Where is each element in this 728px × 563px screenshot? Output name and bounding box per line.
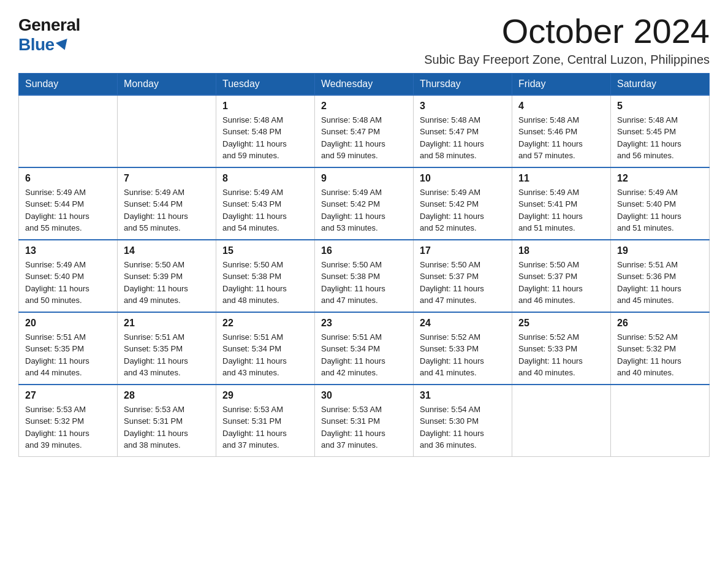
day-number: 25 xyxy=(518,318,604,329)
table-row: 4Sunrise: 5:48 AMSunset: 5:46 PMDaylight… xyxy=(512,95,611,167)
table-row xyxy=(19,95,118,167)
day-number: 20 xyxy=(25,318,111,329)
day-number: 28 xyxy=(124,390,210,401)
day-info: Sunrise: 5:54 AMSunset: 5:30 PMDaylight:… xyxy=(420,404,506,451)
day-info: Sunrise: 5:49 AMSunset: 5:44 PMDaylight:… xyxy=(124,186,210,234)
day-info: Sunrise: 5:51 AMSunset: 5:34 PMDaylight:… xyxy=(222,331,308,379)
day-info: Sunrise: 5:50 AMSunset: 5:37 PMDaylight:… xyxy=(518,259,604,307)
table-row: 9Sunrise: 5:49 AMSunset: 5:42 PMDaylight… xyxy=(315,167,414,240)
day-number: 10 xyxy=(420,173,506,184)
table-row: 20Sunrise: 5:51 AMSunset: 5:35 PMDayligh… xyxy=(19,312,118,385)
day-number: 9 xyxy=(321,173,407,184)
day-number: 11 xyxy=(518,173,604,184)
day-info: Sunrise: 5:48 AMSunset: 5:48 PMDaylight:… xyxy=(222,114,308,162)
calendar-week-row: 6Sunrise: 5:49 AMSunset: 5:44 PMDaylight… xyxy=(19,167,710,240)
day-info: Sunrise: 5:49 AMSunset: 5:42 PMDaylight:… xyxy=(321,186,407,234)
day-number: 5 xyxy=(617,101,703,112)
col-saturday: Saturday xyxy=(611,73,710,95)
table-row: 27Sunrise: 5:53 AMSunset: 5:32 PMDayligh… xyxy=(19,385,118,457)
day-number: 22 xyxy=(222,318,308,329)
day-info: Sunrise: 5:49 AMSunset: 5:43 PMDaylight:… xyxy=(222,186,308,234)
day-number: 23 xyxy=(321,318,407,329)
table-row: 26Sunrise: 5:52 AMSunset: 5:32 PMDayligh… xyxy=(611,312,710,385)
table-row: 15Sunrise: 5:50 AMSunset: 5:38 PMDayligh… xyxy=(216,240,315,312)
day-number: 29 xyxy=(222,390,308,401)
col-wednesday: Wednesday xyxy=(315,73,414,95)
day-info: Sunrise: 5:52 AMSunset: 5:33 PMDaylight:… xyxy=(420,331,506,379)
day-info: Sunrise: 5:50 AMSunset: 5:38 PMDaylight:… xyxy=(321,259,407,307)
day-info: Sunrise: 5:49 AMSunset: 5:42 PMDaylight:… xyxy=(420,186,506,234)
table-row: 30Sunrise: 5:53 AMSunset: 5:31 PMDayligh… xyxy=(315,385,414,457)
table-row: 3Sunrise: 5:48 AMSunset: 5:47 PMDaylight… xyxy=(414,95,512,167)
table-row: 28Sunrise: 5:53 AMSunset: 5:31 PMDayligh… xyxy=(118,385,216,457)
logo: General Blue xyxy=(18,12,80,55)
day-info: Sunrise: 5:49 AMSunset: 5:40 PMDaylight:… xyxy=(25,259,111,307)
table-row xyxy=(611,385,710,457)
table-row: 2Sunrise: 5:48 AMSunset: 5:47 PMDaylight… xyxy=(315,95,414,167)
col-friday: Friday xyxy=(512,73,611,95)
calendar-week-row: 20Sunrise: 5:51 AMSunset: 5:35 PMDayligh… xyxy=(19,312,710,385)
day-info: Sunrise: 5:48 AMSunset: 5:46 PMDaylight:… xyxy=(518,114,604,162)
table-row: 5Sunrise: 5:48 AMSunset: 5:45 PMDaylight… xyxy=(611,95,710,167)
calendar-week-row: 13Sunrise: 5:49 AMSunset: 5:40 PMDayligh… xyxy=(19,240,710,312)
col-tuesday: Tuesday xyxy=(216,73,315,95)
day-info: Sunrise: 5:53 AMSunset: 5:31 PMDaylight:… xyxy=(222,404,308,451)
day-number: 1 xyxy=(222,101,308,112)
day-number: 26 xyxy=(617,318,703,329)
day-number: 14 xyxy=(124,245,210,256)
calendar-table: Sunday Monday Tuesday Wednesday Thursday… xyxy=(18,73,710,457)
table-row: 29Sunrise: 5:53 AMSunset: 5:31 PMDayligh… xyxy=(216,385,315,457)
table-row: 8Sunrise: 5:49 AMSunset: 5:43 PMDaylight… xyxy=(216,167,315,240)
day-number: 17 xyxy=(420,245,506,256)
table-row: 16Sunrise: 5:50 AMSunset: 5:38 PMDayligh… xyxy=(315,240,414,312)
table-row: 12Sunrise: 5:49 AMSunset: 5:40 PMDayligh… xyxy=(611,167,710,240)
table-row: 1Sunrise: 5:48 AMSunset: 5:48 PMDaylight… xyxy=(216,95,315,167)
calendar-week-row: 1Sunrise: 5:48 AMSunset: 5:48 PMDaylight… xyxy=(19,95,710,167)
day-info: Sunrise: 5:50 AMSunset: 5:38 PMDaylight:… xyxy=(222,259,308,307)
logo-triangle-icon xyxy=(56,39,70,52)
table-row: 25Sunrise: 5:52 AMSunset: 5:33 PMDayligh… xyxy=(512,312,611,385)
table-row: 6Sunrise: 5:49 AMSunset: 5:44 PMDaylight… xyxy=(19,167,118,240)
table-row: 22Sunrise: 5:51 AMSunset: 5:34 PMDayligh… xyxy=(216,312,315,385)
table-row: 7Sunrise: 5:49 AMSunset: 5:44 PMDaylight… xyxy=(118,167,216,240)
day-number: 7 xyxy=(124,173,210,184)
day-number: 27 xyxy=(25,390,111,401)
day-info: Sunrise: 5:50 AMSunset: 5:39 PMDaylight:… xyxy=(124,259,210,307)
day-number: 16 xyxy=(321,245,407,256)
day-info: Sunrise: 5:49 AMSunset: 5:44 PMDaylight:… xyxy=(25,186,111,234)
day-number: 6 xyxy=(25,173,111,184)
day-info: Sunrise: 5:49 AMSunset: 5:41 PMDaylight:… xyxy=(518,186,604,234)
table-row: 18Sunrise: 5:50 AMSunset: 5:37 PMDayligh… xyxy=(512,240,611,312)
day-info: Sunrise: 5:48 AMSunset: 5:47 PMDaylight:… xyxy=(420,114,506,162)
day-info: Sunrise: 5:51 AMSunset: 5:35 PMDaylight:… xyxy=(124,331,210,379)
table-row: 10Sunrise: 5:49 AMSunset: 5:42 PMDayligh… xyxy=(414,167,512,240)
location-subtitle: Subic Bay Freeport Zone, Central Luzon, … xyxy=(424,53,710,67)
col-sunday: Sunday xyxy=(19,73,118,95)
day-number: 21 xyxy=(124,318,210,329)
logo-general-text: General xyxy=(18,15,80,35)
table-row: 17Sunrise: 5:50 AMSunset: 5:37 PMDayligh… xyxy=(414,240,512,312)
table-row: 14Sunrise: 5:50 AMSunset: 5:39 PMDayligh… xyxy=(118,240,216,312)
day-number: 24 xyxy=(420,318,506,329)
calendar-header-row: Sunday Monday Tuesday Wednesday Thursday… xyxy=(19,73,710,95)
day-info: Sunrise: 5:52 AMSunset: 5:32 PMDaylight:… xyxy=(617,331,703,379)
day-number: 31 xyxy=(420,390,506,401)
day-number: 19 xyxy=(617,245,703,256)
header: General Blue October 2024 Subic Bay Free… xyxy=(18,12,710,67)
day-number: 8 xyxy=(222,173,308,184)
table-row: 24Sunrise: 5:52 AMSunset: 5:33 PMDayligh… xyxy=(414,312,512,385)
table-row: 31Sunrise: 5:54 AMSunset: 5:30 PMDayligh… xyxy=(414,385,512,457)
table-row: 13Sunrise: 5:49 AMSunset: 5:40 PMDayligh… xyxy=(19,240,118,312)
day-number: 12 xyxy=(617,173,703,184)
day-info: Sunrise: 5:51 AMSunset: 5:34 PMDaylight:… xyxy=(321,331,407,379)
calendar-week-row: 27Sunrise: 5:53 AMSunset: 5:32 PMDayligh… xyxy=(19,385,710,457)
table-row: 21Sunrise: 5:51 AMSunset: 5:35 PMDayligh… xyxy=(118,312,216,385)
day-number: 30 xyxy=(321,390,407,401)
day-number: 18 xyxy=(518,245,604,256)
month-title: October 2024 xyxy=(424,12,710,50)
col-thursday: Thursday xyxy=(414,73,512,95)
day-number: 13 xyxy=(25,245,111,256)
table-row: 23Sunrise: 5:51 AMSunset: 5:34 PMDayligh… xyxy=(315,312,414,385)
title-area: October 2024 Subic Bay Freeport Zone, Ce… xyxy=(424,12,710,67)
day-info: Sunrise: 5:53 AMSunset: 5:32 PMDaylight:… xyxy=(25,404,111,451)
